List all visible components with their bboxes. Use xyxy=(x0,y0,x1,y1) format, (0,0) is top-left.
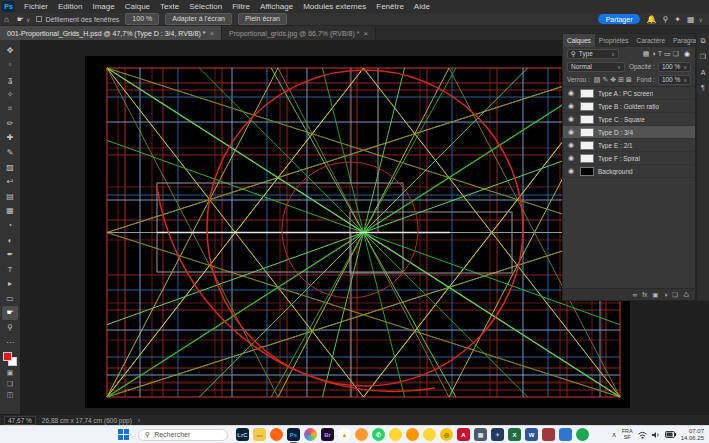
extra-tool-icon[interactable]: ◫ xyxy=(2,389,18,400)
lock-icon-2[interactable]: ✥ xyxy=(609,76,617,84)
share-button[interactable]: Partager xyxy=(598,14,641,24)
layer-visibility-eye-icon[interactable]: ◉ xyxy=(566,89,576,97)
eraser-tool[interactable]: ▤ xyxy=(2,189,18,204)
panel-bottom-icon-0[interactable]: ∞ xyxy=(633,291,638,298)
menu-calque[interactable]: Calque xyxy=(120,0,155,13)
screen-mode-icon[interactable]: ❏ xyxy=(2,378,18,389)
panel-tab-proprietes[interactable]: Propriétés xyxy=(595,34,633,47)
menu-aide[interactable]: Aide xyxy=(409,0,435,13)
zoom-tool[interactable]: ⚲ xyxy=(2,320,18,335)
panel-bottom-icon-1[interactable]: fx xyxy=(642,291,647,298)
taskbar-app-app-green[interactable] xyxy=(576,428,589,441)
hand-tool[interactable]: ☛ xyxy=(2,306,18,321)
panel-bottom-icon-3[interactable]: ◑ xyxy=(663,291,667,298)
crop-tool[interactable]: ⌗ xyxy=(2,101,18,116)
panel-tab-caractere[interactable]: Caractère xyxy=(632,34,669,47)
healing-brush-tool[interactable]: ✚ xyxy=(2,131,18,146)
type-tool[interactable]: T xyxy=(2,262,18,277)
menu-fenetre[interactable]: Fenêtre xyxy=(371,0,409,13)
layer-thumbnail[interactable] xyxy=(580,128,594,137)
full-screen-button[interactable]: Plein écran xyxy=(238,13,287,25)
shape-tool[interactable]: ▭ xyxy=(2,291,18,306)
layer-row[interactable]: ◉Type D : 3/4 xyxy=(563,126,695,139)
blur-tool[interactable]: ◔ xyxy=(2,218,18,233)
layer-visibility-eye-icon[interactable]: ◉ xyxy=(566,115,576,123)
layer-row[interactable]: ◉Type C : Square xyxy=(563,113,695,126)
quick-mask-icon[interactable]: ▣ xyxy=(2,367,18,378)
dock-paragraph-icon[interactable]: ¶ xyxy=(701,84,705,91)
start-button[interactable] xyxy=(118,429,130,441)
fit-screen-button[interactable]: Adapter à l'écran xyxy=(165,13,232,25)
taskbar-app-firefox[interactable] xyxy=(270,428,283,441)
language-indicator[interactable]: FRA SF xyxy=(622,429,633,440)
clock[interactable]: 07:07 14.06.25 xyxy=(681,428,704,441)
wifi-icon[interactable] xyxy=(638,431,647,439)
blend-mode-select[interactable]: Normal ∨ xyxy=(567,62,625,72)
dodge-tool[interactable]: ◐ xyxy=(2,233,18,248)
document-tab-active[interactable]: 001-Proportional_Grids_H.psd @ 47,7% (Ty… xyxy=(0,26,222,40)
layer-thumbnail[interactable] xyxy=(580,115,594,124)
foreground-color-swatch[interactable] xyxy=(3,352,12,361)
taskbar-app-excel[interactable]: X xyxy=(508,428,521,441)
tab-close-icon[interactable]: × xyxy=(363,29,368,38)
layer-visibility-eye-icon[interactable]: ◉ xyxy=(566,167,576,175)
menu-texte[interactable]: Texte xyxy=(155,0,184,13)
home-icon[interactable]: ⌂ xyxy=(0,15,13,24)
notifications-bell-icon[interactable]: 🔔 xyxy=(646,15,656,24)
dock-character-icon[interactable]: A xyxy=(701,69,706,76)
clone-stamp-tool[interactable]: ▨ xyxy=(2,160,18,175)
taskbar-app-app-azure[interactable] xyxy=(559,428,572,441)
filter-icon-4[interactable]: ❏ xyxy=(672,50,680,58)
zoom-100-button[interactable]: 100 % xyxy=(125,13,159,25)
lock-icon-0[interactable]: ▨ xyxy=(593,76,602,84)
taskbar-app-app-yellow-2[interactable] xyxy=(423,428,436,441)
layer-thumbnail[interactable] xyxy=(580,89,594,98)
eyedropper-tool[interactable]: ✏ xyxy=(2,116,18,131)
tab-close-icon[interactable]: × xyxy=(209,29,214,38)
status-expander-icon[interactable]: › xyxy=(138,417,140,424)
fill-select[interactable]: 100 % ∨ xyxy=(658,75,691,85)
menu-affichage[interactable]: Affichage xyxy=(255,0,298,13)
panel-bottom-icon-5[interactable]: ♺ xyxy=(683,291,689,299)
filter-icon-0[interactable]: ▦ xyxy=(642,50,651,58)
taskbar-app-app-maroon[interactable] xyxy=(542,428,555,441)
lock-icon-4[interactable]: ⊠ xyxy=(625,76,633,84)
lock-icon-3[interactable]: ⊞ xyxy=(617,76,625,84)
layer-visibility-eye-icon[interactable]: ◉ xyxy=(566,154,576,162)
toolbar-options[interactable]: ⋯ xyxy=(2,335,18,350)
filter-type-select[interactable]: ⚲ Type ∨ xyxy=(567,49,619,59)
taskbar-app-whatsapp[interactable]: ✆ xyxy=(372,428,385,441)
panel-bottom-icon-4[interactable]: ❏ xyxy=(672,291,678,299)
layer-visibility-eye-icon[interactable]: ◉ xyxy=(566,141,576,149)
gradient-tool[interactable]: ▦ xyxy=(2,204,18,219)
menu-image[interactable]: Image xyxy=(87,0,119,13)
volume-icon[interactable] xyxy=(652,431,660,439)
dock-libraries-icon[interactable]: ❐ xyxy=(700,53,706,61)
taskbar-app-app-orange-2[interactable] xyxy=(406,428,419,441)
layer-row[interactable]: ◉Type E : 2/1 xyxy=(563,139,695,152)
dock-layers-icon[interactable]: ⧉ xyxy=(701,37,706,45)
layer-row[interactable]: ◉Type F : Spiral xyxy=(563,152,695,165)
opacity-select[interactable]: 100 % ∨ xyxy=(658,62,691,72)
move-tool[interactable]: ✥ xyxy=(2,43,18,58)
color-swatches[interactable] xyxy=(2,351,18,367)
layer-visibility-eye-icon[interactable]: ◉ xyxy=(566,102,576,110)
workspace-chevron-icon[interactable]: ∨ xyxy=(699,16,703,23)
menu-modules-externes[interactable]: Modules externes xyxy=(298,0,371,13)
layer-thumbnail[interactable] xyxy=(580,154,594,163)
layer-row[interactable]: ◉Type B : Golden ratio xyxy=(563,100,695,113)
taskbar-app-acrobat[interactable]: A xyxy=(457,428,470,441)
lasso-tool[interactable]: ʓ xyxy=(2,72,18,87)
taskbar-search-input[interactable]: ⚲ Rechercher xyxy=(138,429,228,441)
menu-selection[interactable]: Sélection xyxy=(184,0,227,13)
status-zoom-field[interactable]: 47,67 % xyxy=(4,416,36,425)
taskbar-app-app-navy[interactable]: ✦ xyxy=(491,428,504,441)
tray-overflow-chevron-icon[interactable]: ∧ xyxy=(612,431,617,439)
layer-visibility-eye-icon[interactable]: ◉ xyxy=(566,128,576,136)
taskbar-app-photoshop[interactable]: Ps xyxy=(287,428,300,441)
panel-tab-calques[interactable]: Calques xyxy=(563,34,595,47)
layer-row[interactable]: ◉Type A : PC screen xyxy=(563,87,695,100)
path-selection-tool[interactable]: ▸ xyxy=(2,277,18,292)
search-icon[interactable]: ⚲ xyxy=(662,15,668,24)
taskbar-app-word[interactable]: W xyxy=(525,428,538,441)
